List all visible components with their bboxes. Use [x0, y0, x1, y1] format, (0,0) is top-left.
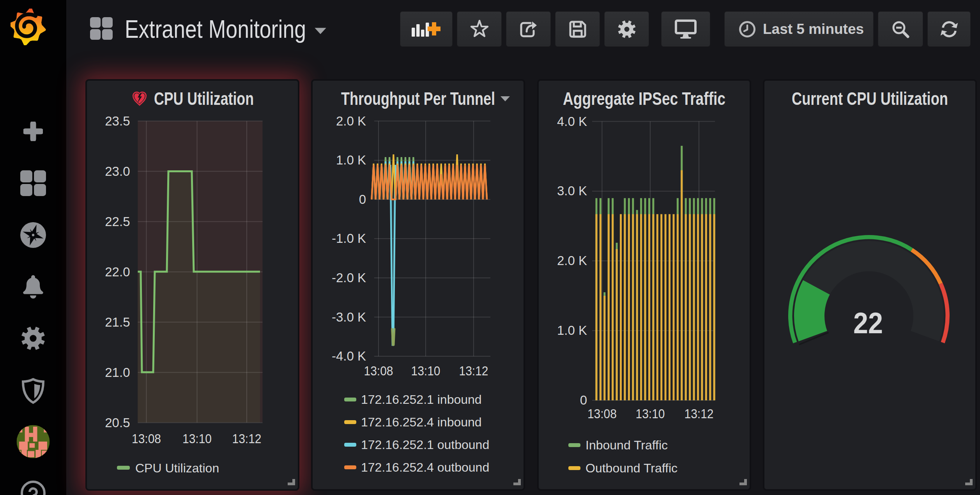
svg-text:13:10: 13:10 — [411, 364, 440, 378]
svg-text:21.0: 21.0 — [105, 365, 130, 380]
svg-text:Outbound Traffic: Outbound Traffic — [586, 461, 678, 475]
svg-text:13:12: 13:12 — [459, 364, 488, 378]
svg-text:13:08: 13:08 — [132, 431, 161, 446]
svg-text:4.0 K: 4.0 K — [557, 114, 587, 129]
svg-text:3.0 K: 3.0 K — [557, 184, 587, 198]
svg-text:172.16.252.1 inbound: 172.16.252.1 inbound — [361, 392, 482, 407]
svg-text:172.16.252.1 outbound: 172.16.252.1 outbound — [361, 438, 489, 452]
svg-text:2.0 K: 2.0 K — [336, 114, 366, 128]
svg-text:1.0 K: 1.0 K — [336, 153, 366, 167]
svg-text:13:10: 13:10 — [636, 407, 665, 421]
svg-text:21.5: 21.5 — [105, 315, 130, 329]
svg-text:13:08: 13:08 — [364, 364, 393, 378]
svg-text:-4.0 K: -4.0 K — [332, 349, 366, 363]
svg-text:13:12: 13:12 — [685, 407, 714, 421]
svg-text:-3.0 K: -3.0 K — [332, 310, 366, 324]
svg-text:1.0 K: 1.0 K — [557, 323, 587, 338]
svg-text:13:12: 13:12 — [232, 431, 262, 446]
svg-text:172.16.252.4 outbound: 172.16.252.4 outbound — [361, 460, 489, 474]
svg-text:23.0: 23.0 — [105, 164, 130, 179]
svg-text:22: 22 — [853, 306, 883, 339]
svg-text:-2.0 K: -2.0 K — [332, 270, 366, 285]
svg-text:0: 0 — [359, 192, 366, 207]
svg-text:13:08: 13:08 — [587, 407, 617, 421]
svg-text:CPU Utilization: CPU Utilization — [135, 461, 219, 475]
svg-text:Inbound Traffic: Inbound Traffic — [586, 438, 668, 452]
svg-text:0: 0 — [580, 393, 587, 407]
svg-text:2.0 K: 2.0 K — [557, 253, 587, 268]
svg-text:13:10: 13:10 — [182, 431, 212, 446]
svg-text:-1.0 K: -1.0 K — [332, 231, 366, 246]
svg-text:20.5: 20.5 — [105, 415, 130, 430]
svg-text:22.5: 22.5 — [105, 214, 130, 229]
svg-text:22.0: 22.0 — [105, 265, 130, 279]
svg-text:23.5: 23.5 — [105, 114, 130, 128]
svg-text:172.16.252.4 inbound: 172.16.252.4 inbound — [361, 415, 482, 429]
